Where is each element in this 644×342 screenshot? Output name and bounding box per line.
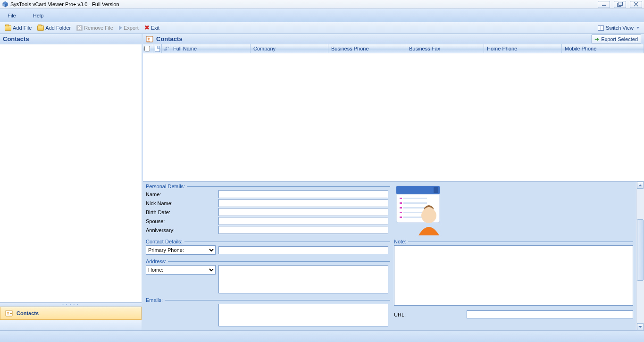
right-panel-header: Contacts ➜ Export Selected [143,34,644,44]
svg-rect-14 [400,202,402,204]
svg-rect-11 [434,187,438,193]
birth-date-field[interactable] [218,208,388,216]
status-bar [0,330,644,342]
minimize-button[interactable] [598,1,610,8]
window-title: SysTools vCard Viewer Pro+ v3.0 - Full V… [10,1,119,7]
export-selected-label: Export Selected [601,36,638,42]
col-mobile-phone[interactable]: Mobile Phone [562,44,644,53]
scroll-down-button[interactable] [637,323,644,330]
svg-rect-5 [10,312,12,312]
col-full-name[interactable]: Full Name [170,44,251,53]
contact-details-legend: Contact Details: [146,239,184,244]
birth-date-label: Birth Date: [146,209,216,215]
table-header: 🖇 Full Name Company Business Phone Busin… [143,44,644,53]
select-all-checkbox[interactable] [144,46,150,51]
col-company[interactable]: Company [251,44,328,53]
col-business-fax[interactable]: Business Fax [406,44,484,53]
nick-name-field[interactable] [218,199,388,207]
table-body[interactable] [143,53,644,182]
phone-type-select[interactable]: Primary Phone: [146,245,216,255]
page-icon [155,46,160,52]
exit-button[interactable]: ✖ Exit [142,24,162,32]
switch-view-button[interactable]: Switch View [595,24,642,32]
right-panel-title: Contacts [156,35,183,42]
add-folder-label: Add Folder [45,25,71,31]
phone-field[interactable] [218,246,388,254]
title-bar: SysTools vCard Viewer Pro+ v3.0 - Full V… [0,0,644,9]
svg-rect-2 [619,2,623,6]
paperclip-icon: 🖇 [163,45,169,52]
export-icon [119,25,122,30]
chevron-down-icon [636,27,639,29]
scroll-up-button[interactable] [637,182,644,189]
folder-icon [37,25,44,31]
nick-name-label: Nick Name: [146,200,216,206]
nav-strip [0,320,142,330]
contact-icon [146,35,153,43]
address-field[interactable] [218,265,388,293]
svg-rect-15 [403,202,427,204]
close-icon: ✖ [144,25,150,31]
url-field[interactable] [467,310,633,318]
app-icon [2,1,8,8]
menu-help[interactable]: Help [29,12,48,19]
svg-rect-16 [400,207,402,209]
close-button[interactable] [630,1,642,8]
exit-label: Exit [151,25,159,31]
splitter-handle[interactable]: • • • • • [0,303,142,307]
svg-rect-17 [403,207,427,209]
col-home-phone[interactable]: Home Phone [484,44,562,53]
remove-file-button[interactable]: Remove File [74,24,116,32]
anniversary-field[interactable] [218,226,388,234]
remove-icon [76,25,83,31]
emails-legend: Emails: [146,297,165,303]
col-business-phone[interactable]: Business Phone [328,44,406,53]
left-panel: Contacts • • • • • Contacts [0,34,143,330]
svg-rect-12 [400,198,402,199]
svg-point-23 [423,207,435,218]
note-legend: Note: [394,239,408,244]
details-scrollbar[interactable] [636,182,644,330]
switch-view-label: Switch View [606,25,634,31]
toolbar: Add File Add Folder Remove File Export ✖… [0,22,644,34]
contacts-icon [5,309,13,317]
address-type-select[interactable]: Home: [146,265,216,275]
spouse-field[interactable] [218,217,388,225]
maximize-button[interactable] [614,1,626,8]
export-selected-button[interactable]: ➜ Export Selected [591,34,641,44]
emails-field[interactable] [218,304,388,326]
svg-rect-13 [403,198,427,199]
grid-icon [598,25,604,31]
note-field[interactable] [394,245,633,306]
menu-file[interactable]: File [4,12,20,19]
nav-contacts-label: Contacts [17,310,39,316]
name-field[interactable] [218,190,388,198]
address-legend: Address: [146,259,168,264]
col-icon[interactable] [153,44,162,53]
col-attachment[interactable]: 🖇 [162,44,170,53]
scroll-thumb[interactable] [637,219,644,281]
anniversary-label: Anniversary: [146,227,216,233]
name-label: Name: [146,192,216,197]
svg-rect-20 [400,217,402,218]
contact-card-image [395,184,442,237]
menu-bar: File Help [0,9,644,22]
svg-point-8 [148,37,150,39]
remove-file-label: Remove File [84,25,113,31]
details-panel: Personal Details: Name: Nick Name: Birth… [143,182,644,330]
add-file-label: Add File [13,25,32,31]
spouse-label: Spouse: [146,218,216,224]
svg-rect-10 [396,186,440,194]
folder-open-icon [5,25,11,31]
url-label: URL: [394,312,464,317]
contacts-tree[interactable] [0,44,142,303]
export-arrow-icon: ➜ [594,36,599,42]
svg-rect-6 [10,313,12,314]
svg-rect-0 [602,5,606,6]
col-checkbox[interactable] [143,44,153,53]
svg-point-4 [7,312,9,314]
add-file-button[interactable]: Add File [2,24,34,32]
nav-contacts[interactable]: Contacts [0,307,142,320]
export-button[interactable]: Export [116,24,142,32]
add-folder-button[interactable]: Add Folder [34,24,74,32]
